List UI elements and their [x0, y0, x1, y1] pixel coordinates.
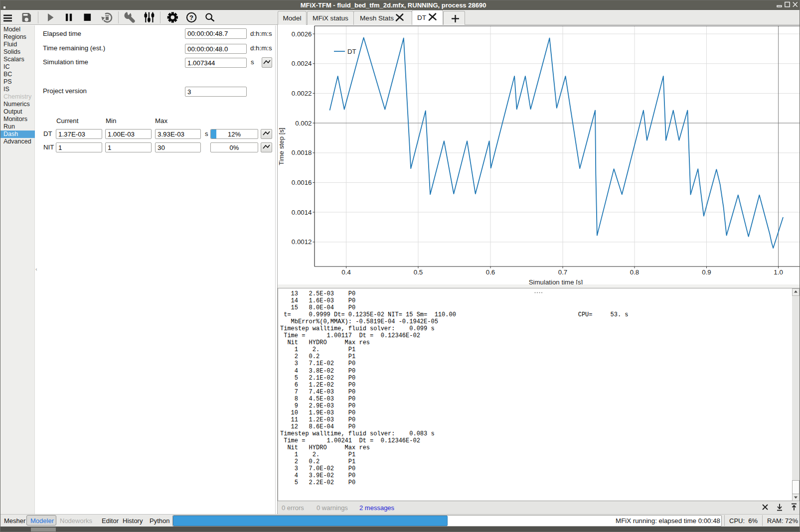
svg-text:0.0024: 0.0024: [292, 60, 312, 67]
svg-text:0.9: 0.9: [702, 268, 711, 276]
svg-text:DT: DT: [347, 48, 356, 55]
svg-text:0.4: 0.4: [341, 268, 351, 276]
svg-text:0.0016: 0.0016: [292, 179, 312, 186]
svg-text:0.6: 0.6: [486, 268, 495, 276]
svg-text:?: ?: [189, 14, 193, 21]
svg-text:0.5: 0.5: [414, 268, 423, 276]
svg-text:Simulation time [s]: Simulation time [s]: [529, 278, 583, 284]
svg-text:0.7: 0.7: [558, 268, 568, 276]
svg-text:1.0: 1.0: [774, 268, 783, 276]
svg-text:0.0012: 0.0012: [292, 238, 312, 246]
svg-text:0.0018: 0.0018: [292, 149, 312, 156]
svg-text:0.8: 0.8: [630, 268, 640, 276]
svg-text:Time step [s]: Time step [s]: [278, 128, 285, 165]
svg-text:0.0026: 0.0026: [292, 30, 312, 38]
svg-text:0.002: 0.002: [295, 120, 312, 127]
svg-text:0.0022: 0.0022: [292, 90, 312, 97]
svg-text:0.0014: 0.0014: [292, 209, 312, 216]
